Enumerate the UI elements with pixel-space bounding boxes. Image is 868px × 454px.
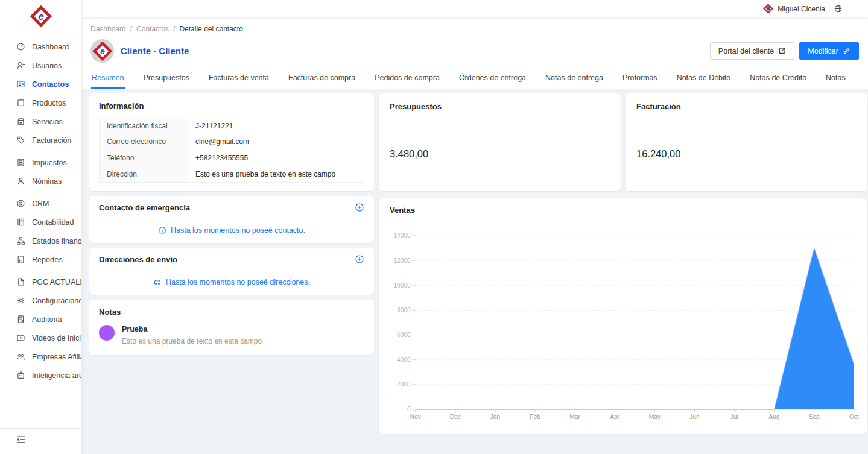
tab-notas-de-entrega[interactable]: Notas de entrega bbox=[545, 70, 604, 89]
sidebar-item-nominas[interactable]: Nóminas bbox=[0, 172, 81, 191]
sidebar-item-label: Impuestos bbox=[32, 159, 67, 167]
svg-text:6000: 6000 bbox=[397, 332, 411, 338]
report-icon bbox=[16, 255, 25, 264]
facturacion-title: Facturación bbox=[636, 102, 857, 111]
sidebar-item-crm[interactable]: CRM bbox=[0, 194, 81, 213]
menu-fold-icon[interactable] bbox=[16, 435, 26, 444]
emergency-empty-state: Hasta los momentos no poseé contacto. bbox=[89, 218, 374, 243]
sidebar-item-estados-financieros[interactable]: Estados financieros bbox=[0, 232, 81, 250]
notas-title: Notas bbox=[99, 307, 364, 317]
svg-text:May: May bbox=[649, 414, 661, 420]
sidebar-item-pgc-actualizado[interactable]: PGC ACTUALIZADO bbox=[0, 273, 81, 291]
direcciones-envio-card: Direcciones de envío Hasta los momentos … bbox=[89, 248, 374, 295]
sidebar-item-label: Configuraciones bbox=[32, 297, 81, 305]
sidebar-item-impuestos[interactable]: Impuestos bbox=[0, 153, 81, 172]
tab-notas-de-credito[interactable]: Notas de Crédito bbox=[749, 70, 807, 89]
sidebar-item-servicios[interactable]: Servicios bbox=[0, 112, 81, 131]
sidebar: e Dashboard Usuarios Contactos Productos bbox=[0, 0, 82, 454]
ventas-chart-card: Ventas 02000400060008000100001200014000N… bbox=[379, 198, 867, 434]
user-menu[interactable]: Miguel Cicenia bbox=[763, 4, 825, 14]
sidebar-item-auditoria[interactable]: Auditoria bbox=[0, 310, 81, 329]
tab-ordenes-de-entrega[interactable]: Órdenes de entrega bbox=[458, 70, 527, 89]
sidebar-item-videos-de-iniciacion[interactable]: Videos de Iniciación bbox=[0, 329, 81, 347]
stats-row: Presupuestos 3.480,00 Facturación 16.240… bbox=[379, 93, 867, 191]
svg-text:Apr: Apr bbox=[610, 414, 619, 420]
tab-bar: Resumen Presupuestos Facturas de venta F… bbox=[90, 70, 859, 89]
portal-del-cliente-button[interactable]: Portal del cliente bbox=[710, 42, 794, 60]
svg-text:Jul: Jul bbox=[730, 414, 738, 420]
svg-text:Jun: Jun bbox=[689, 414, 699, 420]
sidebar-item-dashboard[interactable]: Dashboard bbox=[0, 37, 81, 56]
page-title: Cliente - Cliente bbox=[121, 46, 189, 56]
topbar: Miguel Cicenia bbox=[82, 0, 868, 17]
add-emergency-contact-icon[interactable] bbox=[355, 203, 364, 212]
contact-avatar: e bbox=[90, 39, 114, 63]
sidebar-item-inteligencia-artificial[interactable]: Inteligencia artificial bbox=[0, 366, 81, 385]
svg-text:12000: 12000 bbox=[393, 257, 411, 264]
tab-presupuestos[interactable]: Presupuestos bbox=[143, 70, 190, 89]
presupuestos-value: 3.480,00 bbox=[390, 148, 610, 160]
crm-icon bbox=[16, 199, 25, 208]
tab-pedidos-de-compra[interactable]: Pedidos de compra bbox=[374, 70, 440, 89]
breadcrumb: Dashboard / Contactos / Detalle del cont… bbox=[90, 25, 859, 33]
tab-facturas-de-compra[interactable]: Facturas de compra bbox=[288, 70, 356, 89]
svg-text:Dec: Dec bbox=[450, 414, 461, 420]
company-logo-avatar: e bbox=[92, 41, 113, 61]
right-column: Presupuestos 3.480,00 Facturación 16.240… bbox=[379, 93, 867, 449]
svg-text:10000: 10000 bbox=[393, 282, 411, 289]
breadcrumb-separator: / bbox=[173, 25, 175, 33]
breadcrumb-dashboard[interactable]: Dashboard bbox=[90, 25, 126, 33]
page-header: Dashboard / Contactos / Detalle del cont… bbox=[82, 17, 868, 89]
informacion-title: Información bbox=[99, 101, 364, 110]
svg-text:Mar: Mar bbox=[569, 414, 580, 420]
gear-icon bbox=[16, 296, 25, 305]
user-add-icon bbox=[16, 61, 25, 70]
sidebar-item-label: Nóminas bbox=[32, 177, 62, 186]
sidebar-item-contactos[interactable]: Contactos bbox=[0, 75, 81, 93]
svg-text:4000: 4000 bbox=[397, 356, 411, 363]
tab-notas-de-debito[interactable]: Notas de Débito bbox=[676, 70, 732, 89]
sidebar-item-label: Videos de Iniciación bbox=[32, 334, 81, 342]
svg-text:Aug: Aug bbox=[769, 414, 780, 420]
table-row: Identificación fiscal J-21121221 bbox=[100, 118, 364, 134]
sidebar-item-label: Contactos bbox=[32, 80, 69, 89]
facturacion-card: Facturación 16.240,00 bbox=[626, 93, 867, 191]
sidebar-item-label: CRM bbox=[32, 200, 49, 208]
tab-proformas[interactable]: Proformas bbox=[622, 70, 658, 89]
direcciones-envio-title: Direcciones de envío bbox=[99, 255, 177, 264]
sidebar-item-contabilidad[interactable]: Contabilidad bbox=[0, 213, 81, 232]
svg-text:8000: 8000 bbox=[397, 307, 411, 314]
sidebar-item-label: Estados financieros bbox=[32, 237, 81, 245]
svg-text:Oct: Oct bbox=[849, 414, 859, 420]
svg-text:Feb: Feb bbox=[530, 414, 540, 420]
svg-text:e: e bbox=[100, 46, 105, 56]
sidebar-item-facturacion[interactable]: Facturación bbox=[0, 131, 81, 150]
add-shipping-address-icon[interactable] bbox=[355, 254, 364, 264]
informacion-card: Información Identificación fiscal J-2112… bbox=[89, 93, 374, 191]
services-shop-icon bbox=[16, 117, 25, 126]
sidebar-nav: Dashboard Usuarios Contactos Productos S… bbox=[0, 34, 81, 428]
sidebar-item-label: Usuarios bbox=[32, 61, 62, 70]
sidebar-item-usuarios[interactable]: Usuarios bbox=[0, 56, 81, 75]
sidebar-item-reportes[interactable]: Reportes bbox=[0, 250, 81, 269]
contacto-emergencia-card: Contacto de emergencia Hasta los momento… bbox=[89, 196, 374, 243]
table-row: Dirección Esto es una prueba de texto en… bbox=[100, 166, 364, 183]
notas-card: Notas Prueba Esto es una prueba de texto… bbox=[89, 300, 374, 355]
tab-facturas-de-venta[interactable]: Facturas de venta bbox=[208, 70, 270, 89]
sidebar-item-label: Empresas Afiliadas bbox=[32, 353, 81, 361]
modificar-button[interactable]: Modificar bbox=[799, 42, 859, 60]
sidebar-item-productos[interactable]: Productos bbox=[0, 93, 81, 112]
sidebar-item-label: Contabilidad bbox=[32, 218, 74, 227]
sidebar-item-label: Inteligencia artificial bbox=[32, 371, 81, 380]
sidebar-item-label: Servicios bbox=[32, 118, 63, 126]
sidebar-item-empresas-afiliadas[interactable]: Empresas Afiliadas bbox=[0, 347, 81, 366]
tab-resumen[interactable]: Resumen bbox=[91, 70, 125, 89]
breadcrumb-contactos[interactable]: Contactos bbox=[136, 25, 169, 33]
team-icon bbox=[16, 352, 25, 361]
sidebar-item-configuraciones[interactable]: Configuraciones bbox=[0, 291, 81, 310]
tab-notas[interactable]: Notas bbox=[825, 70, 846, 89]
main-area: Dashboard / Contactos / Detalle del cont… bbox=[82, 17, 868, 454]
accounting-ledger-icon bbox=[16, 218, 25, 227]
language-globe-icon[interactable] bbox=[834, 4, 843, 13]
edit-pencil-icon bbox=[843, 47, 851, 55]
